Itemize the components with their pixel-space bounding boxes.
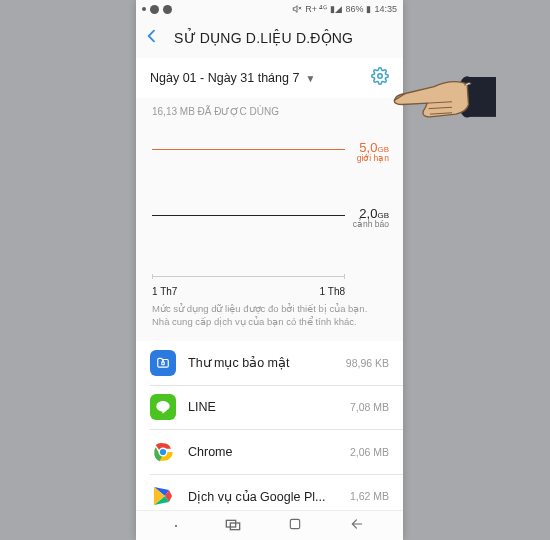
notif-icon <box>163 5 172 14</box>
nav-dot: · <box>173 515 178 536</box>
limit-threshold-line <box>152 149 345 150</box>
clock-text: 14:35 <box>374 4 397 14</box>
chrome-icon <box>150 439 176 465</box>
warn-caption: cảnh báo <box>353 220 389 229</box>
app-name: Dịch vụ của Google Pl... <box>188 489 338 504</box>
usage-chart[interactable]: 5,0GB giới hạn 2,0GB cảnh báo 1 Th7 1 Th… <box>152 123 387 293</box>
back-button[interactable] <box>144 28 160 48</box>
warn-label: 2,0GB cảnh báo <box>353 207 389 229</box>
list-item[interactable]: LINE 7,08 MB <box>136 385 403 429</box>
app-size: 98,96 KB <box>346 357 389 369</box>
svg-rect-9 <box>291 519 300 528</box>
app-usage-list: Thư mục bảo mật 98,96 KB LINE 7,08 MB Ch… <box>136 341 403 519</box>
app-name: Chrome <box>188 445 338 459</box>
note-line-2: Nhà cung cấp dịch vụ của bạn có thể tính… <box>152 316 387 329</box>
svg-rect-11 <box>469 77 497 117</box>
axis <box>152 276 345 279</box>
app-header: SỬ DỤNG D.LIỆU D.ĐỘNG <box>136 18 403 58</box>
notif-icon <box>150 5 159 14</box>
page-title: SỬ DỤNG D.LIỆU D.ĐỘNG <box>174 30 353 46</box>
line-app-icon <box>150 394 176 420</box>
play-services-icon <box>150 483 176 509</box>
chevron-down-icon: ▼ <box>305 73 315 84</box>
settings-button[interactable] <box>371 67 389 89</box>
usage-summary: 16,13 MB ĐÃ ĐƯỢC DÙNG <box>136 98 403 117</box>
usage-note: Mức sử dụng dữ liệu được đo bởi thiết bị… <box>136 293 403 341</box>
app-size: 7,08 MB <box>350 401 389 413</box>
svg-point-2 <box>378 74 383 79</box>
phone-frame: R+ ⁴ᴳ ▮◢ 86% ▮ 14:35 SỬ DỤNG D.LIỆU D.ĐỘ… <box>136 0 403 540</box>
cycle-label: Ngày 01 - Ngày 31 tháng 7 <box>150 71 299 85</box>
app-size: 1,62 MB <box>350 490 389 502</box>
nav-bar: · <box>136 510 403 540</box>
axis-start: 1 Th7 <box>152 286 177 297</box>
nav-home-button[interactable] <box>288 517 302 534</box>
nav-back-button[interactable] <box>349 517 365 534</box>
svg-point-12 <box>458 76 477 117</box>
app-name: LINE <box>188 400 338 414</box>
battery-text: 86% <box>345 4 363 14</box>
secure-folder-icon <box>150 350 176 376</box>
note-line-1: Mức sử dụng dữ liệu được đo bởi thiết bị… <box>152 303 387 316</box>
list-item[interactable]: Thư mục bảo mật 98,96 KB <box>136 341 403 385</box>
limit-label: 5,0GB giới hạn <box>357 141 389 163</box>
battery-icon: ▮ <box>366 4 371 14</box>
list-item[interactable]: Chrome 2,06 MB <box>136 430 403 474</box>
limit-caption: giới hạn <box>357 154 389 163</box>
signal-icon: ▮◢ <box>330 4 342 14</box>
status-bar: R+ ⁴ᴳ ▮◢ 86% ▮ 14:35 <box>136 0 403 18</box>
app-name: Thư mục bảo mật <box>188 355 334 370</box>
svg-rect-3 <box>162 361 164 364</box>
nav-recents-button[interactable] <box>225 518 241 534</box>
signal-text: R+ ⁴ᴳ <box>305 4 327 14</box>
axis-end: 1 Th8 <box>320 286 345 297</box>
mute-icon <box>292 4 302 14</box>
app-size: 2,06 MB <box>350 446 389 458</box>
warn-threshold-line <box>152 215 345 216</box>
axis-labels: 1 Th7 1 Th8 <box>152 286 345 297</box>
cycle-picker[interactable]: Ngày 01 - Ngày 31 tháng 7 ▼ <box>150 71 315 85</box>
billing-cycle-row: Ngày 01 - Ngày 31 tháng 7 ▼ <box>136 58 403 98</box>
status-dot <box>142 7 146 11</box>
